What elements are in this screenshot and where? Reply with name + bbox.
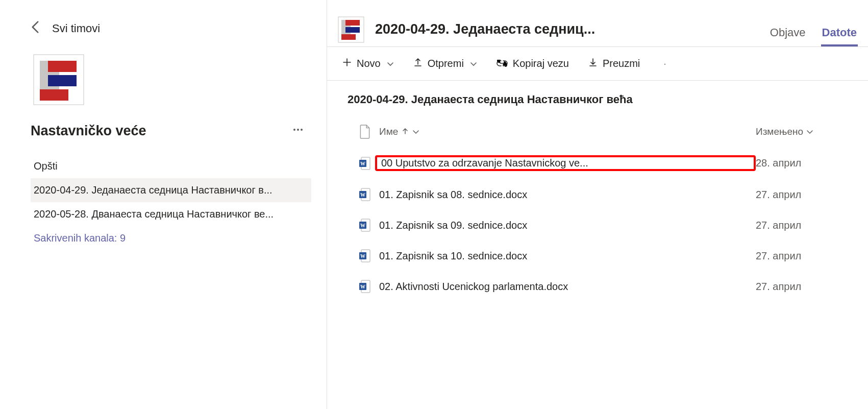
copy-link-label: Kopiraj vezu xyxy=(513,58,569,69)
file-name: 02. Aktivnosti Ucenickog parlamenta.docx xyxy=(379,281,756,293)
channel-item-sednica-11[interactable]: 2020-04-29. Једанаеста седница Наставнич… xyxy=(31,178,311,202)
team-title-row: Nastavničko veće xyxy=(31,123,311,139)
chevron-down-icon xyxy=(387,58,394,69)
upload-button[interactable]: Otpremi xyxy=(413,57,477,70)
svg-text:W: W xyxy=(360,284,365,290)
breadcrumb: 2020-04-29. Једанаеста седница Наставнич… xyxy=(327,81,868,111)
team-more-button[interactable] xyxy=(290,124,306,139)
upload-icon xyxy=(413,57,423,70)
file-modified: 28. април xyxy=(756,157,853,169)
svg-text:W: W xyxy=(360,223,365,228)
copy-link-button[interactable]: Kopiraj vezu xyxy=(497,58,569,69)
svg-rect-3 xyxy=(48,75,77,86)
tab-list: Objave Datote xyxy=(769,19,858,46)
chevron-down-icon xyxy=(806,126,813,137)
upload-label: Otpremi xyxy=(428,58,464,69)
chevron-left-icon xyxy=(31,20,40,36)
chevron-down-icon xyxy=(412,126,419,137)
file-list: Име Измењено W 00 Uputstvo za odrzavanje… xyxy=(327,111,868,302)
download-label: Preuzmi xyxy=(603,58,640,69)
svg-rect-2 xyxy=(48,61,77,72)
word-icon: W xyxy=(351,279,379,294)
svg-rect-11 xyxy=(345,27,360,33)
file-row[interactable]: W 01. Zapisnik sa 08. sednice.docx 27. а… xyxy=(351,179,853,210)
file-row[interactable]: W 00 Uputstvo za odrzavanje Nastavnickog… xyxy=(351,147,853,179)
svg-rect-4 xyxy=(40,89,68,101)
svg-text:W: W xyxy=(360,253,365,259)
file-modified: 27. април xyxy=(756,189,853,201)
toolbar-separator: · xyxy=(659,58,671,69)
channel-item-opsti[interactable]: Opšti xyxy=(31,154,311,178)
file-name: 00 Uputstvo za odrzavanje Nastavnickog v… xyxy=(375,155,756,171)
back-to-teams[interactable]: Svi timovi xyxy=(31,20,311,36)
plus-icon xyxy=(342,58,352,69)
back-label: Svi timovi xyxy=(52,22,100,35)
name-column-label: Име xyxy=(379,126,398,137)
file-modified: 27. април xyxy=(756,220,853,231)
svg-point-5 xyxy=(293,129,295,131)
tab-files[interactable]: Datote xyxy=(821,19,858,46)
channel-header: 2020-04-29. Једанаеста седниц... Objave … xyxy=(327,0,868,47)
svg-rect-12 xyxy=(341,34,356,40)
file-modified: 27. април xyxy=(756,281,853,293)
svg-point-6 xyxy=(297,129,299,131)
word-icon: W xyxy=(351,187,379,202)
link-icon xyxy=(497,58,508,69)
hidden-channels-link[interactable]: Sakrivenih kanala: 9 xyxy=(31,226,311,250)
file-name: 01. Zapisnik sa 08. sednice.docx xyxy=(379,189,756,201)
sidebar: Svi timovi Nastavničko veće Opšti 2020-0… xyxy=(0,0,327,409)
file-row[interactable]: W 01. Zapisnik sa 09. sednice.docx 27. а… xyxy=(351,210,853,240)
svg-text:W: W xyxy=(360,192,365,198)
tab-posts[interactable]: Objave xyxy=(769,19,807,46)
name-column-header[interactable]: Име xyxy=(379,126,756,137)
svg-text:W: W xyxy=(360,161,365,166)
file-modified: 27. април xyxy=(756,250,853,262)
file-row[interactable]: W 02. Aktivnosti Ucenickog parlamenta.do… xyxy=(351,271,853,302)
download-icon xyxy=(588,57,598,70)
file-row[interactable]: W 01. Zapisnik sa 10. sednice.docx 27. а… xyxy=(351,240,853,271)
channel-title: 2020-04-29. Једанаеста седниц... xyxy=(375,21,595,37)
file-name: 01. Zapisnik sa 10. sednice.docx xyxy=(379,250,756,262)
word-icon: W xyxy=(351,249,379,263)
chevron-down-icon xyxy=(470,58,477,69)
svg-rect-10 xyxy=(345,20,360,26)
download-button[interactable]: Preuzmi xyxy=(588,57,640,70)
svg-point-7 xyxy=(301,129,303,131)
team-name: Nastavničko veće xyxy=(31,123,146,139)
modified-column-label: Измењено xyxy=(756,126,803,137)
file-name: 01. Zapisnik sa 09. sednice.docx xyxy=(379,220,756,231)
new-label: Novo xyxy=(357,58,381,69)
channel-item-sednica-12[interactable]: 2020-05-28. Дванаеста седница Наставничк… xyxy=(31,202,311,226)
word-icon: W xyxy=(351,218,379,232)
file-column-header: Име Измењено xyxy=(351,116,853,147)
sort-asc-icon xyxy=(402,126,408,137)
files-toolbar: Novo Otpremi Kopiraj vezu Preuzmi · xyxy=(327,47,868,81)
file-type-column[interactable] xyxy=(351,125,379,139)
new-button[interactable]: Novo xyxy=(342,58,394,69)
channel-logo xyxy=(337,16,365,43)
modified-column-header[interactable]: Измењено xyxy=(756,126,853,137)
main-content: 2020-04-29. Једанаеста седниц... Objave … xyxy=(327,0,868,409)
team-logo xyxy=(31,52,87,108)
